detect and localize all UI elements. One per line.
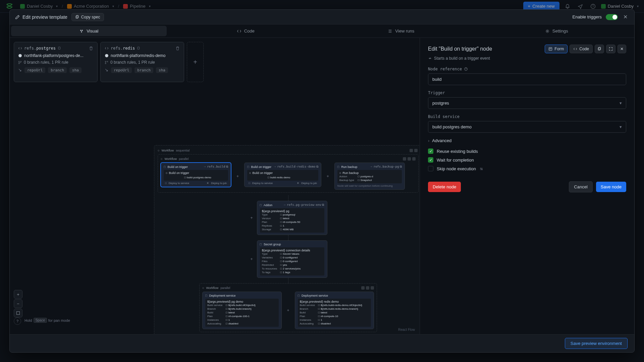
trigger-select[interactable]: postgres ▾ xyxy=(428,97,626,109)
settings-icon[interactable] xyxy=(479,166,483,171)
cancel-button[interactable]: Cancel xyxy=(569,181,592,192)
save-node-button[interactable]: Save node xyxy=(596,182,626,192)
main-area: refs.postgres northflank-platform/postgr… xyxy=(10,38,634,334)
workflow-parallel-label: ○Workflow parallel xyxy=(161,157,416,161)
workflow-node-backup[interactable]: □Run backup → refs.backup-pg ⧉ ○Run back… xyxy=(334,163,405,190)
pan-hint: Hold Space for pan mode xyxy=(24,318,70,323)
workflow-outer-label: ○Workflow sequential xyxy=(158,149,419,152)
chevron-down-icon: ▾ xyxy=(56,4,58,8)
close-panel-button[interactable]: ✕ xyxy=(618,45,626,53)
trash-icon[interactable] xyxy=(175,46,180,51)
breadcrumb: Daniel Cosby ▾ / Acme Corporation ▾ / Pi… xyxy=(20,4,151,9)
kbd-space: Space xyxy=(34,318,47,323)
tab-code[interactable]: Code xyxy=(168,24,324,38)
add-node-button[interactable]: + xyxy=(249,216,254,220)
breadcrumb-item-user[interactable]: Daniel Cosby ▾ xyxy=(20,4,58,9)
chevron-right-icon: › xyxy=(428,138,429,143)
panel-tab-form[interactable]: Form xyxy=(545,45,568,53)
trigger-label: Trigger xyxy=(428,90,626,95)
delete-node-button[interactable]: Delete node xyxy=(428,182,461,192)
breadcrumb-item-project[interactable]: Pipeline ▾ xyxy=(123,4,150,9)
add-node-button[interactable]: + xyxy=(286,308,291,313)
ref-prefix: refs. xyxy=(24,46,36,51)
breadcrumb-label: Pipeline xyxy=(130,4,145,9)
svg-text:?: ? xyxy=(592,5,594,8)
workflow-node-deploy-redis[interactable]: □Deployment service ${args.previewId} re… xyxy=(295,292,374,329)
user-menu[interactable]: Daniel Cosby ▾ xyxy=(601,4,639,9)
svg-point-7 xyxy=(547,31,548,32)
github-icon xyxy=(105,54,109,58)
breadcrumb-item-org[interactable]: Acme Corporation ▾ xyxy=(67,4,114,9)
workflow-node-addon[interactable]: □Addon→ refs.pg-preview-env ⧉ ${args.pre… xyxy=(257,201,327,235)
modal-footer: Save preview environment xyxy=(10,334,634,352)
modal-header: Edit preview template Copy spec Enable t… xyxy=(10,10,634,24)
ref-prefix: refs. xyxy=(111,46,123,51)
chevron-down-icon: ▾ xyxy=(620,101,622,106)
add-node-button[interactable]: + xyxy=(249,257,254,261)
info-icon[interactable]: ? xyxy=(464,67,468,71)
copy-icon xyxy=(597,47,601,51)
zoom-in-button[interactable]: + xyxy=(14,290,22,299)
svg-point-11 xyxy=(20,61,21,62)
add-ref-button[interactable]: + xyxy=(187,42,204,82)
ref-tag: sha xyxy=(69,67,82,73)
avatar xyxy=(123,4,128,9)
svg-text:?: ? xyxy=(465,68,467,70)
ref-card-postgres[interactable]: refs.postgres northflank-platform/postgr… xyxy=(14,42,98,82)
svg-rect-13 xyxy=(138,47,140,49)
expand-button[interactable] xyxy=(606,45,615,53)
canvas-area[interactable]: refs.postgres northflank-platform/postgr… xyxy=(10,38,420,334)
checkbox-label: Reuse existing builds xyxy=(437,149,478,154)
close-icon[interactable]: ✕ xyxy=(622,12,629,21)
avatar xyxy=(20,4,25,9)
ref-tag: repoUrl xyxy=(24,67,45,73)
zoom-out-button[interactable]: − xyxy=(14,299,22,308)
enable-triggers-toggle[interactable] xyxy=(606,14,618,20)
canvas-help-button[interactable]: ? xyxy=(14,317,21,325)
trigger-icon xyxy=(428,56,432,60)
save-preview-environment-button[interactable]: Save preview environment xyxy=(565,338,628,349)
svg-rect-18 xyxy=(17,312,20,315)
code-icon xyxy=(105,46,109,50)
expand-icon xyxy=(609,47,613,51)
duplicate-button[interactable] xyxy=(595,45,604,53)
workflow-node-build-redis[interactable]: □Build on trigger → refs.build-redis-dem… xyxy=(244,163,321,187)
copy-icon[interactable] xyxy=(137,46,141,50)
trash-icon[interactable] xyxy=(89,46,93,51)
add-node-button[interactable]: + xyxy=(235,174,240,179)
tab-view-runs[interactable]: View runs xyxy=(323,24,479,38)
build-service-select[interactable]: build postgres demo ▾ xyxy=(428,121,626,133)
copy-icon[interactable] xyxy=(58,46,61,50)
breadcrumb-separator: / xyxy=(62,4,63,9)
tab-settings[interactable]: Settings xyxy=(479,24,635,38)
logo[interactable] xyxy=(5,2,13,10)
ref-name: postgres xyxy=(36,46,56,51)
copy-spec-button[interactable]: Copy spec xyxy=(71,13,104,21)
advanced-toggle[interactable]: › Advanced xyxy=(428,138,626,143)
node-reference-input[interactable] xyxy=(428,73,626,85)
workflow-node-deploy-pg[interactable]: □Deployment service ${args.previewId} pg… xyxy=(202,292,282,329)
fit-view-button[interactable] xyxy=(14,309,22,317)
add-node-button[interactable]: + xyxy=(325,174,330,179)
tab-visual[interactable]: Visual xyxy=(11,26,167,36)
svg-point-16 xyxy=(107,61,108,62)
panel-tab-code[interactable]: Code xyxy=(570,45,593,53)
checkbox-wait-completion[interactable]: ✓ Wait for completion xyxy=(428,157,626,163)
build-service-label: Build service xyxy=(428,114,626,119)
copy-icon xyxy=(75,15,79,19)
svg-point-14 xyxy=(105,54,108,57)
ref-tag: branch xyxy=(135,67,153,73)
workflow-node-secret[interactable]: □Secret group ${args.previewId} connecti… xyxy=(257,240,327,278)
ref-card-redis[interactable]: refs.redis northflank-platform/redis-dem… xyxy=(100,42,184,82)
panel-title: Edit "Build on trigger" node xyxy=(428,46,492,52)
svg-rect-19 xyxy=(549,48,552,51)
ref-tag: branch xyxy=(48,67,67,73)
copy-spec-label: Copy spec xyxy=(81,15,100,19)
checkbox-skip-execution[interactable]: Skip node execution xyxy=(428,166,626,171)
github-icon xyxy=(18,54,22,58)
workflow-node-build-postgres[interactable]: □Build on trigger → refs.build ⧉ ○Build … xyxy=(161,163,231,187)
chevron-down-icon: ▾ xyxy=(112,4,114,8)
refs-bar: refs.postgres northflank-platform/postgr… xyxy=(14,42,204,82)
checkbox-reuse-builds[interactable]: ✓ Reuse existing builds xyxy=(428,148,626,154)
checkbox-icon: ✓ xyxy=(428,157,433,163)
